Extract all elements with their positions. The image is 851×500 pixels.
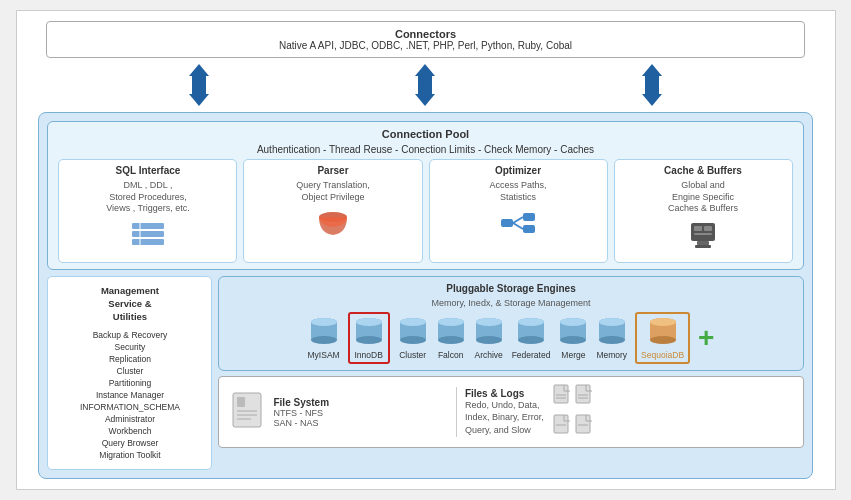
mgmt-title2: Service &: [56, 298, 203, 309]
svg-rect-14: [697, 241, 709, 245]
arrow-down-head-r: [642, 94, 662, 106]
file-icon-3: [552, 413, 572, 441]
fl-sub: Redo, Undo, Data,Index, Binary, Error,Qu…: [465, 399, 544, 437]
svg-point-31: [438, 318, 464, 326]
svg-point-42: [560, 336, 586, 344]
svg-rect-60: [576, 385, 590, 403]
panel-parser-title: Parser: [317, 165, 348, 176]
panel-cache-title: Cache & Buffers: [664, 165, 742, 176]
arrow-up-head-r: [642, 64, 662, 76]
svg-point-39: [518, 318, 544, 326]
arrow-up-head-c: [415, 64, 435, 76]
parser-icon: [317, 209, 349, 247]
svg-rect-63: [554, 415, 568, 433]
arrow-left: [189, 64, 209, 106]
storage-title: Pluggable Storage Engines: [227, 283, 794, 294]
svg-rect-13: [694, 233, 712, 235]
file-icon-2: [574, 383, 594, 411]
filesystem-icon: [229, 389, 265, 435]
panel-parser: Parser Query Translation,Object Privileg…: [243, 159, 422, 263]
connectors-box: Connectors Native A API, JDBC, ODBC, .NE…: [46, 21, 804, 58]
panel-sql-sub: DML , DDL ,Stored Procedures,Views , Tri…: [106, 180, 189, 215]
svg-point-18: [311, 336, 337, 344]
svg-rect-0: [132, 223, 164, 229]
engine-federated-label: Federated: [512, 350, 551, 360]
arrow-down-head-c: [415, 94, 435, 106]
svg-line-8: [513, 217, 523, 223]
engine-add[interactable]: +: [698, 322, 714, 354]
fl-text: Files & Logs Redo, Undo, Data,Index, Bin…: [465, 388, 544, 437]
engine-cluster: Cluster: [398, 316, 428, 360]
diagram-wrapper: Connectors Native A API, JDBC, ODBC, .NE…: [16, 10, 836, 490]
svg-point-26: [400, 336, 426, 344]
mgmt-item-8: Workbench: [56, 426, 203, 436]
fs-section: File System NTFS - NFSSAN - NAS: [229, 389, 447, 435]
svg-rect-11: [694, 226, 702, 231]
engines-row: MyISAM InnoDB: [227, 312, 794, 364]
engine-innodb: InnoDB: [348, 312, 390, 364]
mgmt-item-7: Administrator: [56, 414, 203, 424]
arrow-shaft-r: [645, 76, 659, 94]
bottom-row: File System NTFS - NFSSAN - NAS Files & …: [218, 376, 803, 448]
arrow-shaft-c: [418, 76, 432, 94]
svg-rect-12: [704, 226, 712, 231]
panel-optimizer: Optimizer Access Paths,Statistics: [429, 159, 608, 263]
right-side: Pluggable Storage Engines Memory, Inedx,…: [218, 276, 803, 470]
fs-text: File System NTFS - NFSSAN - NAS: [273, 397, 329, 428]
mgmt-item-6: INFORMATION_SCHEMA: [56, 402, 203, 412]
arrow-down-head: [189, 94, 209, 106]
svg-rect-57: [554, 385, 568, 403]
engine-myisam: MyISAM: [308, 316, 340, 360]
svg-line-9: [513, 223, 523, 229]
mgmt-title3: Utilities: [56, 311, 203, 322]
panel-sql-title: SQL Interface: [116, 165, 181, 176]
cp-panels: SQL Interface DML , DDL ,Stored Procedur…: [58, 159, 792, 263]
file-icon-1: [552, 383, 572, 411]
arrow-right: [642, 64, 662, 106]
main-blue-container: Connection Pool Authentication - Thread …: [38, 112, 812, 479]
svg-rect-6: [523, 213, 535, 221]
panel-cache-sub: Global andEngine SpecificCaches & Buffer…: [668, 180, 738, 215]
svg-point-47: [599, 318, 625, 326]
panel-optimizer-title: Optimizer: [495, 165, 541, 176]
connectors-subtitle: Native A API, JDBC, ODBC, .NET, PHP, Per…: [59, 40, 791, 51]
optimizer-icon: [499, 209, 537, 243]
cache-icon: [687, 221, 719, 257]
mgmt-item-3: Cluster: [56, 366, 203, 376]
svg-rect-53: [237, 397, 245, 407]
panel-parser-sub: Query Translation,Object Privilege: [296, 180, 370, 203]
svg-rect-1: [132, 231, 164, 237]
fs-sub: NTFS - NFSSAN - NAS: [273, 408, 329, 428]
fl-section: Files & Logs Redo, Undo, Data,Index, Bin…: [465, 383, 793, 441]
svg-point-19: [311, 318, 337, 326]
svg-point-22: [356, 336, 382, 344]
svg-point-30: [438, 336, 464, 344]
arrow-center: [415, 64, 435, 106]
management-box: Management Service & Utilities Backup & …: [47, 276, 212, 470]
panel-cache: Cache & Buffers Global andEngine Specifi…: [614, 159, 793, 263]
engine-merge: Merge: [558, 316, 588, 360]
file-icon-4: [574, 413, 594, 441]
engine-federated: Federated: [512, 316, 551, 360]
cp-subtitle: Authentication - Thread Reuse - Conectio…: [58, 144, 792, 155]
mgmt-item-5: Instance Manager: [56, 390, 203, 400]
svg-point-35: [476, 318, 502, 326]
svg-point-46: [599, 336, 625, 344]
arrows-row: [86, 64, 764, 106]
mgmt-item-0: Backup & Recovery: [56, 330, 203, 340]
add-engine-icon[interactable]: +: [698, 322, 714, 354]
file-icons-grid: [552, 383, 594, 441]
mgmt-item-4: Partitioning: [56, 378, 203, 388]
svg-rect-10: [691, 223, 715, 241]
engine-archive-label: Archive: [474, 350, 502, 360]
engine-falcon: Falcon: [436, 316, 466, 360]
sql-icon: [130, 221, 166, 255]
svg-rect-65: [576, 415, 590, 433]
svg-rect-5: [501, 219, 513, 227]
storage-outer: Pluggable Storage Engines Memory, Inedx,…: [218, 276, 803, 371]
engine-merge-label: Merge: [561, 350, 585, 360]
connection-pool: Connection Pool Authentication - Thread …: [47, 121, 803, 270]
svg-rect-15: [695, 245, 711, 248]
storage-subtitle: Memory, Inedx, & Storage Management: [227, 298, 794, 308]
engine-sequoiadb-label: SequoiaDB: [641, 350, 684, 360]
